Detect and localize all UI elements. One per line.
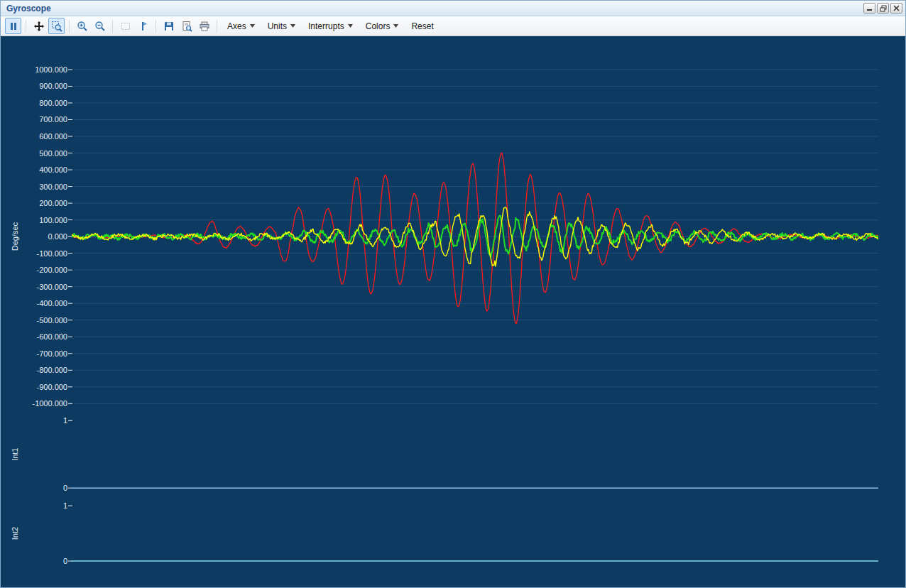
minimize-icon — [866, 5, 873, 11]
toolbar: Axes Units Interrupts Colors Reset — [1, 16, 905, 36]
restore-icon — [880, 5, 887, 12]
svg-text:1: 1 — [63, 501, 67, 510]
menu-axes[interactable]: Axes — [222, 18, 261, 35]
pause-icon — [8, 21, 19, 32]
svg-text:-400.000: -400.000 — [37, 299, 67, 307]
menu-colors-label: Colors — [366, 21, 391, 31]
svg-text:200.000: 200.000 — [39, 199, 67, 207]
svg-text:1000.000: 1000.000 — [35, 65, 67, 74]
svg-text:-1000.000: -1000.000 — [32, 399, 67, 408]
svg-text:-500.000: -500.000 — [37, 316, 67, 325]
plot-area[interactable]: 1000.000900.000800.000700.000600.000500.… — [1, 36, 905, 587]
svg-text:900.000: 900.000 — [39, 82, 67, 90]
pan-button[interactable] — [31, 18, 47, 34]
chart-canvas[interactable]: 1000.000900.000800.000700.000600.000500.… — [1, 36, 905, 587]
svg-text:1: 1 — [63, 416, 67, 425]
svg-text:800.000: 800.000 — [39, 99, 67, 107]
selection-icon — [120, 21, 131, 32]
zoom-in-button[interactable] — [74, 18, 90, 34]
menu-interrupts-label: Interrupts — [308, 21, 344, 31]
svg-text:100.000: 100.000 — [39, 216, 67, 224]
restore-button[interactable] — [877, 3, 889, 13]
menu-units[interactable]: Units — [262, 18, 301, 35]
int1-plot-title: Int1 — [11, 448, 19, 461]
zoom-region-button[interactable] — [48, 18, 65, 34]
svg-text:-200.000: -200.000 — [37, 266, 67, 274]
zoom-out-icon — [94, 21, 106, 32]
app-window: Gyroscope — [0, 0, 906, 588]
main-axis-title: Deg/sec — [11, 222, 19, 251]
reset-button[interactable]: Reset — [405, 18, 439, 35]
svg-text:300.000: 300.000 — [39, 183, 67, 191]
menu-colors[interactable]: Colors — [360, 18, 405, 35]
toolbar-separator — [69, 20, 70, 33]
chevron-down-icon — [393, 24, 398, 28]
svg-text:0.000: 0.000 — [48, 232, 67, 241]
marker-icon — [138, 21, 149, 32]
chevron-down-icon — [348, 24, 353, 28]
save-icon — [163, 21, 175, 32]
print-preview-icon — [181, 21, 192, 32]
svg-text:-700.000: -700.000 — [37, 349, 67, 358]
close-icon — [893, 5, 900, 11]
menu-axes-label: Axes — [227, 21, 246, 31]
svg-text:500.000: 500.000 — [39, 149, 67, 158]
svg-text:700.000: 700.000 — [39, 115, 67, 124]
pan-icon — [33, 21, 45, 32]
svg-text:400.000: 400.000 — [39, 165, 67, 174]
menu-interrupts[interactable]: Interrupts — [302, 18, 359, 35]
print-icon — [199, 21, 210, 32]
print-preview-button[interactable] — [178, 18, 195, 34]
zoom-in-icon — [77, 21, 88, 32]
close-button[interactable] — [890, 3, 902, 13]
titlebar[interactable]: Gyroscope — [1, 1, 905, 16]
toolbar-separator — [26, 20, 26, 33]
print-button[interactable] — [196, 18, 212, 34]
svg-text:-100.000: -100.000 — [37, 249, 67, 258]
chart-background — [1, 36, 905, 587]
svg-text:-300.000: -300.000 — [37, 283, 67, 291]
toolbar-separator — [155, 20, 156, 33]
svg-text:-600.000: -600.000 — [37, 332, 67, 341]
int2-plot-title: Int2 — [11, 527, 19, 540]
toolbar-separator — [112, 20, 113, 33]
pause-button[interactable] — [5, 18, 21, 34]
svg-text:0: 0 — [63, 484, 67, 492]
svg-text:-900.000: -900.000 — [37, 383, 67, 391]
zoom-region-icon — [51, 21, 62, 32]
toolbar-separator — [217, 20, 217, 33]
minimize-button[interactable] — [863, 3, 875, 13]
reset-label: Reset — [411, 21, 433, 31]
window-title: Gyroscope — [6, 4, 863, 13]
chevron-down-icon — [250, 24, 255, 28]
caption-buttons — [863, 3, 902, 13]
marker-button[interactable] — [135, 18, 151, 34]
save-button[interactable] — [160, 18, 177, 34]
svg-text:-800.000: -800.000 — [37, 366, 67, 374]
svg-text:600.000: 600.000 — [39, 132, 67, 141]
chevron-down-icon — [290, 24, 295, 28]
svg-text:0: 0 — [63, 557, 67, 565]
selection-button — [117, 18, 133, 34]
zoom-out-button[interactable] — [92, 18, 108, 34]
menu-units-label: Units — [268, 21, 287, 31]
